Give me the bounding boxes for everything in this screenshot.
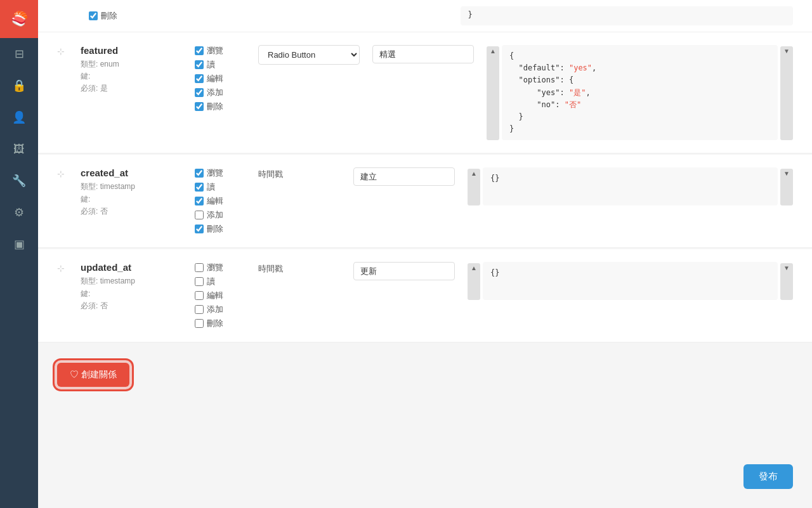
field-row-featured: ⊹ featured 類型: enum 鍵: 必須: 是 瀏覽 讀 編輯 添加 xyxy=(38,32,812,153)
sidebar: 🍣 ⊟ 🔒 👤 🖼 🔧 ⚙ ▣ xyxy=(0,0,38,508)
delete-checkbox-top-input[interactable] xyxy=(89,11,98,20)
field-name-updated-at: updated_at xyxy=(81,262,182,273)
delete-checkbox-top-label: 刪除 xyxy=(101,10,117,22)
field-checkboxes-updated-at: 瀏覽 讀 編輯 添加 刪除 xyxy=(195,262,246,329)
checkbox-edit-updated-at[interactable]: 編輯 xyxy=(195,290,246,301)
document-icon: ▣ xyxy=(14,237,25,251)
top-deleted-row: 刪除 } xyxy=(38,0,812,32)
main-content: 刪除 } ⊹ featured 類型: enum 鍵: 必須: 是 瀏覽 讀 編… xyxy=(38,0,812,508)
field-json-created-at: {} xyxy=(483,167,778,205)
checkbox-delete-featured[interactable]: 刪除 xyxy=(195,101,246,112)
print-icon: ⊟ xyxy=(15,47,24,61)
checkbox-read-updated-at[interactable]: 讀 xyxy=(195,276,246,287)
field-row-updated-at: ⊹ updated_at 類型: timestamp 鍵: 必須: 否 瀏覽 讀… xyxy=(38,249,812,342)
checkbox-browse-featured[interactable]: 瀏覽 xyxy=(195,45,246,56)
publish-button[interactable]: 發布 xyxy=(743,464,793,489)
field-meta-created-at: 類型: timestamp 鍵: 必須: 否 xyxy=(81,181,182,218)
field-json-featured: { "default": "yes", "options": { "yes": … xyxy=(502,45,778,140)
delete-checkbox-top[interactable]: 刪除 xyxy=(89,10,117,22)
checkbox-add-featured[interactable]: 添加 xyxy=(195,87,246,98)
top-json-bracket: } xyxy=(468,10,473,19)
checkbox-add-created-at[interactable]: 添加 xyxy=(195,209,246,221)
sidebar-item-image[interactable]: 🖼 xyxy=(0,133,38,165)
sidebar-item-print[interactable]: ⊟ xyxy=(0,38,38,70)
image-icon: 🖼 xyxy=(13,143,25,156)
checkbox-add-updated-at[interactable]: 添加 xyxy=(195,304,246,315)
drag-handle-created-at[interactable]: ⊹ xyxy=(57,169,65,179)
field-type-label-updated-at: 時間戳 xyxy=(258,262,341,275)
field-label-created-at[interactable] xyxy=(353,167,455,186)
checkbox-edit-created-at[interactable]: 編輯 xyxy=(195,195,246,207)
expand-btn-updated-at-top[interactable]: ▲ xyxy=(468,263,480,300)
sidebar-item-lock[interactable]: 🔒 xyxy=(0,70,38,101)
create-relation-button[interactable]: ♡ 創建關係 xyxy=(57,363,129,387)
checkbox-delete-updated-at[interactable]: 刪除 xyxy=(195,318,246,329)
checkbox-read-created-at[interactable]: 讀 xyxy=(195,181,246,193)
field-type-label-created-at: 時間戳 xyxy=(258,167,341,180)
checkbox-edit-featured[interactable]: 編輯 xyxy=(195,73,246,84)
field-label-featured[interactable] xyxy=(372,45,474,63)
sidebar-logo[interactable]: 🍣 xyxy=(0,0,38,38)
sidebar-item-tools[interactable]: 🔧 xyxy=(0,165,38,197)
lock-icon: 🔒 xyxy=(12,79,26,93)
checkbox-browse-updated-at[interactable]: 瀏覽 xyxy=(195,262,246,273)
tools-icon: 🔧 xyxy=(12,174,26,188)
field-meta-featured: 類型: enum 鍵: 必須: 是 xyxy=(81,58,182,95)
sidebar-item-settings[interactable]: ⚙ xyxy=(0,197,38,228)
field-label-updated-at[interactable] xyxy=(353,262,455,280)
expand-btn-created-at-top[interactable]: ▲ xyxy=(468,169,480,205)
sidebar-item-document[interactable]: ▣ xyxy=(0,228,38,260)
field-name-created-at: created_at xyxy=(81,167,182,178)
expand-btn-updated-at-bottom[interactable]: ▼ xyxy=(780,263,793,300)
expand-btn-featured-top[interactable]: ▲ xyxy=(487,46,499,140)
drag-handle-updated-at[interactable]: ⊹ xyxy=(57,263,65,273)
drag-handle-featured[interactable]: ⊹ xyxy=(57,46,65,56)
field-row-created-at: ⊹ created_at 類型: timestamp 鍵: 必須: 否 瀏覽 讀… xyxy=(38,155,812,248)
bottom-area: ♡ 創建關係 xyxy=(38,344,812,406)
field-info-featured: featured 類型: enum 鍵: 必須: 是 xyxy=(81,45,182,95)
checkbox-read-featured[interactable]: 讀 xyxy=(195,59,246,70)
settings-icon: ⚙ xyxy=(14,205,24,219)
user-icon: 👤 xyxy=(12,110,26,124)
field-info-updated-at: updated_at 類型: timestamp 鍵: 必須: 否 xyxy=(81,262,182,312)
expand-btn-featured-bottom[interactable]: ▼ xyxy=(780,46,793,140)
sidebar-item-user[interactable]: 👤 xyxy=(0,101,38,133)
field-json-updated-at: {} xyxy=(483,262,778,300)
field-info-created-at: created_at 類型: timestamp 鍵: 必須: 否 xyxy=(81,167,182,218)
field-meta-updated-at: 類型: timestamp 鍵: 必須: 否 xyxy=(81,275,182,312)
field-name-featured: featured xyxy=(81,45,182,56)
field-type-select-featured[interactable]: Radio Button Dropdown Checkbox xyxy=(258,45,360,65)
field-checkboxes-featured: 瀏覽 讀 編輯 添加 刪除 xyxy=(195,45,246,112)
checkbox-browse-created-at[interactable]: 瀏覽 xyxy=(195,167,246,179)
checkbox-delete-created-at[interactable]: 刪除 xyxy=(195,223,246,235)
field-checkboxes-created-at: 瀏覽 讀 編輯 添加 刪除 xyxy=(195,167,246,235)
expand-btn-created-at-bottom[interactable]: ▼ xyxy=(780,169,793,205)
